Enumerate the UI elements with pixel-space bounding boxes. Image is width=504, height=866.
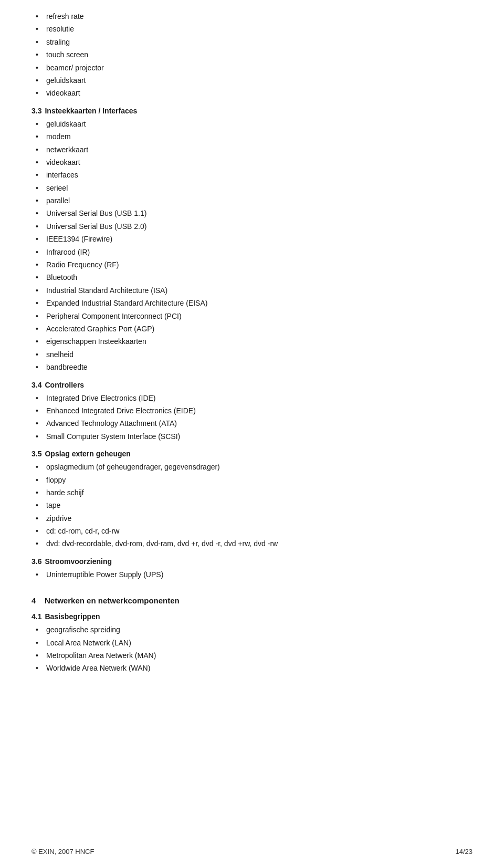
- list-item: opslagmedium (of geheugendrager, gegeven…: [32, 461, 472, 473]
- list-item: snelheid: [32, 349, 472, 360]
- list-item: floppy: [32, 474, 472, 486]
- list-item: Accelerated Graphics Port (AGP): [32, 323, 472, 335]
- section-4-1-list: geografische spreiding Local Area Netwer…: [32, 624, 472, 674]
- section-3-4-heading: 3.4 Controllers: [32, 381, 472, 389]
- section-3-3: 3.3 Insteekkaarten / Interfaces geluidsk…: [32, 107, 472, 373]
- section-4-1-title: Basisbegrippen: [45, 612, 100, 621]
- section-4-number: 4: [32, 596, 36, 605]
- list-item: Infrarood (IR): [32, 246, 472, 258]
- list-item: tape: [32, 499, 472, 511]
- list-item: geluidskaart: [32, 75, 472, 86]
- list-item: IEEE1394 (Firewire): [32, 233, 472, 245]
- section-3-6-heading: 3.6 Stroomvoorziening: [32, 557, 472, 566]
- section-4-1-heading: 4.1 Basisbegrippen: [32, 612, 472, 621]
- list-item: Enhanced Integrated Drive Electronics (E…: [32, 405, 472, 416]
- list-item: Universal Serial Bus (USB 2.0): [32, 221, 472, 232]
- section-3-3-title: Insteekkaarten / Interfaces: [45, 107, 137, 115]
- section-3-3-heading: 3.3 Insteekkaarten / Interfaces: [32, 107, 472, 115]
- list-item: Expanded Industrial Standard Architectur…: [32, 297, 472, 309]
- section-3-5-title: Opslag extern geheugen: [45, 450, 130, 458]
- page-content: refresh rate resolutie straling touch sc…: [0, 0, 504, 717]
- list-item: videokaart: [32, 87, 472, 99]
- section-4-heading: 4 Netwerken en netwerkcomponenten: [32, 596, 472, 605]
- list-item: Universal Serial Bus (USB 1.1): [32, 207, 472, 219]
- footer-right: 14/23: [455, 848, 472, 855]
- footer-left: © EXIN, 2007 HNCF: [32, 848, 94, 855]
- list-item: Industrial Standard Architecture (ISA): [32, 285, 472, 296]
- section-4-1: 4.1 Basisbegrippen geografische spreidin…: [32, 612, 472, 674]
- list-item: refresh rate: [32, 11, 472, 22]
- list-item: bandbreedte: [32, 361, 472, 373]
- section-3-6: 3.6 Stroomvoorziening Uninterruptible Po…: [32, 557, 472, 580]
- section-3-4-number: 3.4: [32, 381, 41, 389]
- list-item: modem: [32, 131, 472, 142]
- list-item: videokaart: [32, 156, 472, 168]
- section-3-3-list: geluidskaart modem netwerkkaart videokaa…: [32, 118, 472, 373]
- list-item: resolutie: [32, 23, 472, 35]
- list-item: geluidskaart: [32, 118, 472, 130]
- footer: © EXIN, 2007 HNCF 14/23: [32, 848, 472, 855]
- list-item: dvd: dvd-recordable, dvd-rom, dvd-ram, d…: [32, 538, 472, 549]
- section-3-6-number: 3.6: [32, 557, 41, 566]
- section-3-3-number: 3.3: [32, 107, 41, 115]
- list-item: Worldwide Area Netwerk (WAN): [32, 662, 472, 674]
- list-item: Local Area Netwerk (LAN): [32, 637, 472, 649]
- list-item: straling: [32, 36, 472, 48]
- section-3-5-heading: 3.5 Opslag extern geheugen: [32, 450, 472, 458]
- list-item: Bluetooth: [32, 272, 472, 283]
- list-item: parallel: [32, 195, 472, 206]
- list-item: Peripheral Component Interconnect (PCI): [32, 310, 472, 322]
- list-item: harde schijf: [32, 487, 472, 498]
- list-item: eigenschappen Insteekkaarten: [32, 336, 472, 347]
- section-3-5-list: opslagmedium (of geheugendrager, gegeven…: [32, 461, 472, 550]
- list-item: touch screen: [32, 49, 472, 60]
- list-item: beamer/ projector: [32, 62, 472, 74]
- list-item: Small Computer System Interface (SCSI): [32, 431, 472, 442]
- intro-list: refresh rate resolutie straling touch sc…: [32, 11, 472, 99]
- section-3-5: 3.5 Opslag extern geheugen opslagmedium …: [32, 450, 472, 550]
- list-item: cd: cd-rom, cd-r, cd-rw: [32, 525, 472, 537]
- list-item: geografische spreiding: [32, 624, 472, 635]
- list-item: Uninterruptible Power Supply (UPS): [32, 569, 472, 580]
- section-3-4-list: Integrated Drive Electronics (IDE) Enhan…: [32, 392, 472, 443]
- list-item: Radio Frequency (RF): [32, 259, 472, 270]
- section-3-6-title: Stroomvoorziening: [45, 557, 112, 566]
- list-item: interfaces: [32, 169, 472, 181]
- list-item: Metropolitan Area Netwerk (MAN): [32, 650, 472, 661]
- list-item: netwerkkaart: [32, 144, 472, 155]
- section-4-title: Netwerken en netwerkcomponenten: [45, 596, 180, 605]
- list-item: zipdrive: [32, 513, 472, 524]
- section-4-1-number: 4.1: [32, 612, 41, 621]
- section-3-4-title: Controllers: [45, 381, 84, 389]
- section-3-5-number: 3.5: [32, 450, 41, 458]
- list-item: Advanced Technology Attachment (ATA): [32, 418, 472, 429]
- section-3-4: 3.4 Controllers Integrated Drive Electro…: [32, 381, 472, 443]
- list-item: serieel: [32, 182, 472, 194]
- list-item: Integrated Drive Electronics (IDE): [32, 392, 472, 404]
- section-3-6-list: Uninterruptible Power Supply (UPS): [32, 569, 472, 580]
